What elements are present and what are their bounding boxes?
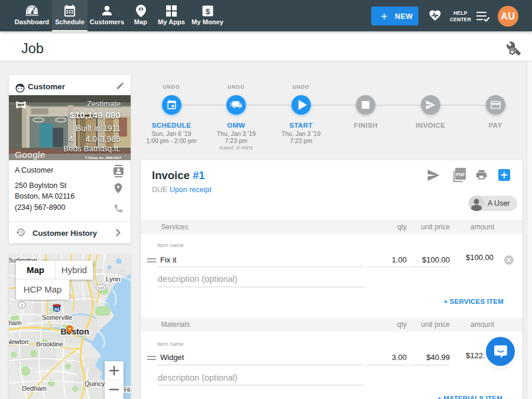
svg-text:Quincy: Quincy	[85, 380, 105, 387]
svg-text:2: 2	[21, 303, 23, 307]
svg-text:Dedham: Dedham	[22, 385, 47, 392]
svg-text:Newton: Newton	[9, 338, 28, 345]
svg-text:Lynn: Lynn	[106, 275, 121, 283]
svg-text:Somerville: Somerville	[42, 314, 72, 321]
svg-text:Hi: Hi	[124, 386, 130, 393]
svg-text:Boston: Boston	[61, 327, 89, 336]
svg-text:$: $	[205, 7, 210, 16]
svg-text:PDF: PDF	[456, 172, 465, 177]
svg-text:ham: ham	[9, 319, 21, 326]
svg-text:107: 107	[98, 286, 105, 290]
svg-text:Brookline: Brookline	[36, 340, 63, 348]
svg-text:93: 93	[54, 307, 59, 312]
